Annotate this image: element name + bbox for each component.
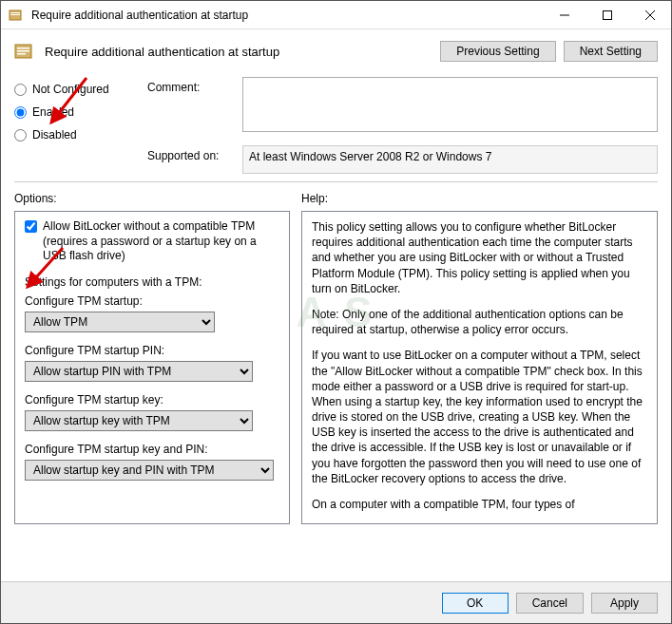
help-paragraph: If you want to use BitLocker on a comput… [312, 348, 647, 486]
allow-without-tpm-checkbox[interactable] [25, 220, 37, 233]
svg-rect-9 [17, 50, 29, 52]
apply-button[interactable]: Apply [591, 593, 658, 614]
svg-rect-1 [10, 12, 20, 13]
previous-setting-button[interactable]: Previous Setting [440, 41, 555, 62]
tpm-pin-label: Configure TPM startup PIN: [25, 344, 279, 357]
comment-input[interactable] [242, 77, 658, 132]
split-area: Options: Allow BitLocker without a compa… [1, 182, 671, 534]
svg-rect-2 [10, 14, 20, 15]
help-panel: This policy setting allows you to config… [301, 211, 658, 524]
title-bar: Require additional authentication at sta… [1, 1, 671, 29]
header-row: Require additional authentication at sta… [1, 29, 671, 69]
policy-title: Require additional authentication at sta… [45, 45, 440, 59]
annotation-arrow [44, 73, 91, 130]
minimize-button[interactable] [543, 1, 586, 28]
policy-icon [9, 8, 24, 23]
help-paragraph: This policy setting allows you to config… [312, 219, 647, 296]
radio-disabled[interactable]: Disabled [14, 128, 147, 142]
tpm-key-label: Configure TPM startup key: [25, 393, 279, 407]
dialog-footer: OK Cancel Apply [1, 581, 671, 623]
maximize-button[interactable] [586, 1, 628, 28]
svg-rect-10 [17, 53, 26, 55]
options-header: Options: [14, 192, 290, 205]
svg-rect-8 [17, 47, 29, 49]
svg-line-12 [28, 248, 63, 287]
close-button[interactable] [628, 1, 671, 28]
supported-on-value: At least Windows Server 2008 R2 or Windo… [242, 145, 658, 174]
radio-input[interactable] [14, 129, 27, 142]
help-paragraph: Note: Only one of the additional authent… [312, 307, 647, 337]
annotation-arrow [20, 243, 67, 295]
tpm-pin-combo[interactable]: Allow startup PIN with TPM [25, 361, 253, 382]
radio-input[interactable] [14, 106, 27, 119]
comment-label: Comment: [147, 77, 233, 94]
tpm-startup-label: Configure TPM startup: [25, 294, 279, 308]
tpm-key-combo[interactable]: Allow startup key with TPM [25, 410, 253, 431]
tpm-key-pin-combo[interactable]: Allow startup key and PIN with TPM [25, 460, 274, 481]
ok-button[interactable]: OK [442, 593, 509, 614]
svg-line-11 [51, 78, 86, 123]
config-area: Not Configured Enabled Disabled Comment:… [1, 69, 671, 174]
help-header: Help: [301, 192, 658, 205]
window-title: Require additional authentication at sta… [31, 9, 543, 22]
allow-without-tpm-label: Allow BitLocker without a compatible TPM… [43, 219, 279, 264]
svg-rect-4 [603, 10, 611, 19]
help-paragraph: On a computer with a compatible TPM, fou… [312, 497, 647, 512]
tpm-key-pin-label: Configure TPM startup key and PIN: [25, 443, 279, 456]
next-setting-button[interactable]: Next Setting [564, 41, 658, 62]
cancel-button[interactable]: Cancel [516, 593, 584, 614]
window-controls [543, 1, 671, 28]
radio-label: Disabled [32, 128, 77, 142]
radio-input[interactable] [14, 84, 27, 96]
policy-icon [14, 41, 35, 62]
tpm-startup-combo[interactable]: Allow TPM [25, 312, 215, 332]
supported-label: Supported on: [147, 145, 233, 162]
